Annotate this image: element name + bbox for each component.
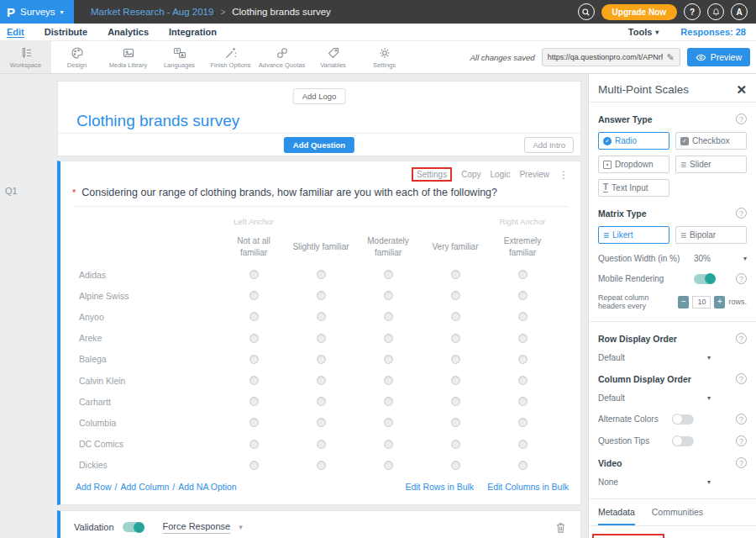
survey-url-field[interactable]: https://qa.questionpro.com/t/APNrfZfQ ✎ xyxy=(542,48,680,66)
matrix-radio[interactable] xyxy=(249,291,259,300)
matrix-radio[interactable] xyxy=(451,355,460,364)
matrix-radio[interactable] xyxy=(384,418,393,427)
add-question-button[interactable]: Add Question xyxy=(284,137,354,153)
matrix-radio[interactable] xyxy=(384,376,393,385)
option-bipolar[interactable]: ≡Bipolar xyxy=(675,226,747,244)
matrix-row-label[interactable]: Carhartt xyxy=(76,397,220,407)
column-display-order-select[interactable]: Default ▾ xyxy=(598,393,711,403)
nav-item-integration[interactable]: Integration xyxy=(169,27,217,37)
matrix-radio[interactable] xyxy=(249,461,259,470)
matrix-radio[interactable] xyxy=(518,376,528,385)
matrix-row-label[interactable]: Areke xyxy=(76,333,220,343)
matrix-radio[interactable] xyxy=(249,312,259,321)
question-action-logic[interactable]: Logic xyxy=(491,170,511,179)
matrix-radio[interactable] xyxy=(518,270,528,279)
help-icon[interactable]: ? xyxy=(736,113,747,124)
matrix-radio[interactable] xyxy=(317,397,326,406)
matrix-radio[interactable] xyxy=(518,334,528,343)
column-label[interactable]: Slightly familiar xyxy=(291,241,351,254)
matrix-radio[interactable] xyxy=(451,376,460,385)
matrix-radio[interactable] xyxy=(518,291,528,300)
toolbar-item-design[interactable]: Design xyxy=(51,41,102,73)
matrix-radio[interactable] xyxy=(451,440,460,449)
matrix-row-label[interactable]: Alpine Swiss xyxy=(76,291,220,301)
matrix-radio[interactable] xyxy=(451,291,460,300)
matrix-radio[interactable] xyxy=(518,418,528,427)
option-text-input[interactable]: TText Input xyxy=(598,179,669,197)
avatar[interactable]: A xyxy=(731,3,748,20)
mobile-rendering-toggle[interactable] xyxy=(694,274,716,284)
toolbar-item-media-library[interactable]: Media Library xyxy=(102,41,154,73)
matrix-radio[interactable] xyxy=(384,270,393,279)
link-edit-columns-in-bulk[interactable]: Edit Columns in Bulk xyxy=(487,482,569,492)
matrix-radio[interactable] xyxy=(249,355,259,364)
chevron-down-icon[interactable]: ▾ xyxy=(743,255,747,262)
matrix-row-label[interactable]: Calvin Klein xyxy=(76,376,220,386)
help-icon[interactable]: ? xyxy=(736,208,747,219)
matrix-radio[interactable] xyxy=(317,312,326,321)
matrix-radio[interactable] xyxy=(249,440,259,449)
matrix-radio[interactable] xyxy=(249,397,259,406)
question-text[interactable]: Considering our range of clothing brands… xyxy=(81,187,497,198)
matrix-radio[interactable] xyxy=(518,355,528,364)
matrix-radio[interactable] xyxy=(451,397,460,406)
matrix-radio[interactable] xyxy=(317,355,326,364)
tab-metadata[interactable]: Metadata xyxy=(598,507,635,525)
matrix-row-label[interactable]: Balega xyxy=(76,354,220,364)
toolbar-item-settings[interactable]: Settings xyxy=(359,41,410,73)
help-icon[interactable]: ? xyxy=(736,373,747,384)
add-intro-button[interactable]: Add Intro xyxy=(524,137,574,153)
option-dropdown[interactable]: ▾Dropdown xyxy=(598,156,669,173)
matrix-radio[interactable] xyxy=(451,418,460,427)
matrix-radio[interactable] xyxy=(384,397,393,406)
matrix-radio[interactable] xyxy=(384,440,393,449)
pencil-icon[interactable]: ✎ xyxy=(666,52,674,63)
notifications-button[interactable] xyxy=(707,3,724,20)
matrix-radio[interactable] xyxy=(451,334,460,343)
delete-question-button[interactable] xyxy=(554,521,567,534)
option-radio[interactable]: ✓Radio xyxy=(598,132,669,150)
toolbar-item-finish-options[interactable]: Finish Options xyxy=(205,41,256,73)
matrix-radio[interactable] xyxy=(249,270,259,279)
matrix-row-label[interactable]: DC Comics xyxy=(76,439,220,449)
toolbar-item-workspace[interactable]: Workspace xyxy=(0,41,51,73)
validation-toggle[interactable] xyxy=(123,522,144,532)
link-add-column[interactable]: Add Column xyxy=(121,482,170,492)
matrix-radio[interactable] xyxy=(317,461,326,470)
video-select[interactable]: None ▾ xyxy=(598,477,711,487)
matrix-radio[interactable] xyxy=(317,334,326,343)
nav-item-analytics[interactable]: Analytics xyxy=(108,27,149,37)
matrix-radio[interactable] xyxy=(384,355,393,364)
option-checkbox[interactable]: ✓Checkbox xyxy=(675,132,747,150)
tools-menu[interactable]: Tools ▾ xyxy=(628,27,659,37)
tab-communities[interactable]: Communities xyxy=(652,507,703,525)
matrix-radio[interactable] xyxy=(451,461,460,470)
row-display-order-select[interactable]: Default ▾ xyxy=(598,353,711,362)
survey-title[interactable]: Clothing brands survey xyxy=(76,112,239,130)
matrix-radio[interactable] xyxy=(384,334,393,343)
matrix-radio[interactable] xyxy=(317,418,326,427)
matrix-radio[interactable] xyxy=(451,270,460,279)
link-add-na-option[interactable]: Add NA Option xyxy=(178,482,236,492)
product-switcher[interactable]: Surveys xyxy=(20,7,55,17)
question-action-copy[interactable]: Copy xyxy=(461,170,480,179)
matrix-radio[interactable] xyxy=(249,334,259,343)
matrix-row-label[interactable]: Anyoo xyxy=(76,312,220,322)
column-label[interactable]: Moderately familiar xyxy=(358,235,418,260)
upgrade-now-button[interactable]: Upgrade Now xyxy=(601,4,677,20)
validation-dropdown[interactable]: Force Response xyxy=(163,521,231,534)
plus-stepper-button[interactable]: + xyxy=(714,296,725,309)
matrix-radio[interactable] xyxy=(249,376,259,385)
nav-item-edit[interactable]: Edit xyxy=(7,27,24,38)
toolbar-item-languages[interactable]: Languages xyxy=(154,41,205,73)
column-label[interactable]: Not at all familiar xyxy=(223,235,284,260)
close-icon[interactable]: ✕ xyxy=(736,82,747,98)
responses-count[interactable]: Responses: 28 xyxy=(680,27,746,37)
alternate-colors-toggle[interactable] xyxy=(672,414,694,425)
link-edit-rows-in-bulk[interactable]: Edit Rows in Bulk xyxy=(405,482,474,492)
breadcrumb-folder[interactable]: Market Research - Aug 2019 xyxy=(91,7,213,17)
preview-button[interactable]: Preview xyxy=(687,48,750,66)
help-icon[interactable]: ? xyxy=(736,457,747,468)
matrix-radio[interactable] xyxy=(384,312,393,321)
column-label[interactable]: Very familiar xyxy=(425,241,486,254)
